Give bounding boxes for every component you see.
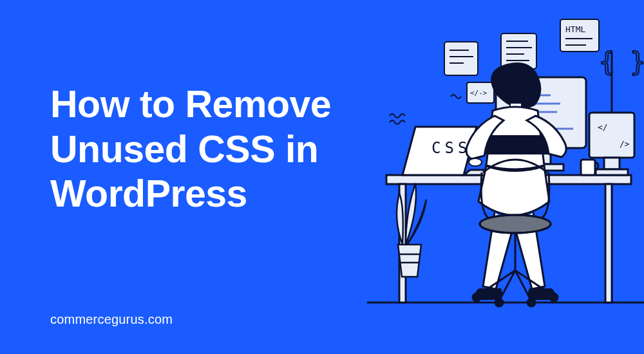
svg-text:/>: />: [620, 139, 630, 149]
svg-rect-19: [596, 169, 628, 175]
svg-rect-18: [604, 158, 620, 169]
laptop-label: CSS: [431, 139, 471, 157]
svg-point-39: [469, 158, 482, 166]
svg-point-46: [527, 299, 535, 306]
svg-rect-23: [444, 42, 478, 75]
svg-rect-22: [581, 160, 595, 175]
site-name: commercegurus.com: [50, 312, 173, 327]
svg-point-44: [550, 293, 558, 301]
svg-point-43: [473, 293, 480, 301]
note-html-label: HTML: [565, 24, 585, 34]
svg-rect-17: [589, 113, 634, 158]
hero-illustration: CSS </ />: [367, 0, 644, 354]
svg-text:</->: </->: [470, 89, 488, 97]
svg-text:</: </: [598, 122, 608, 132]
svg-rect-4: [605, 184, 612, 303]
page-title: How to RemoveUnused CSS inWordPress: [50, 82, 331, 217]
svg-point-45: [495, 299, 503, 306]
svg-text:{ }: { }: [599, 47, 644, 77]
